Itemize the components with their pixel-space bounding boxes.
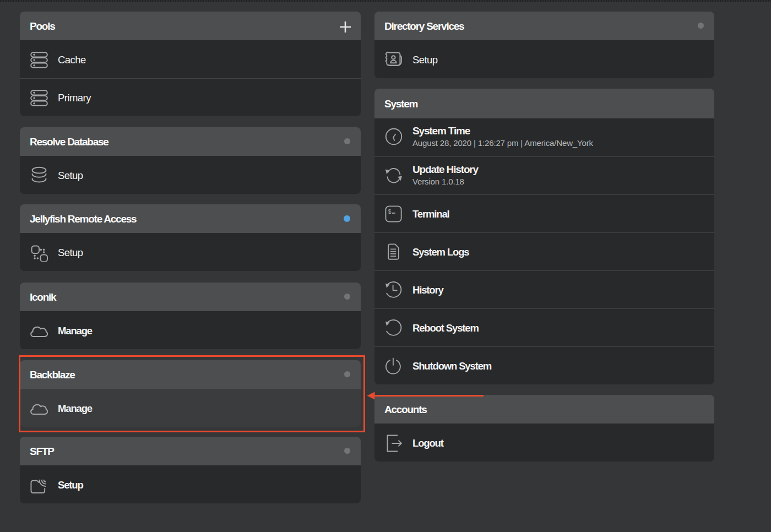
svg-text:$: $ <box>388 209 392 215</box>
